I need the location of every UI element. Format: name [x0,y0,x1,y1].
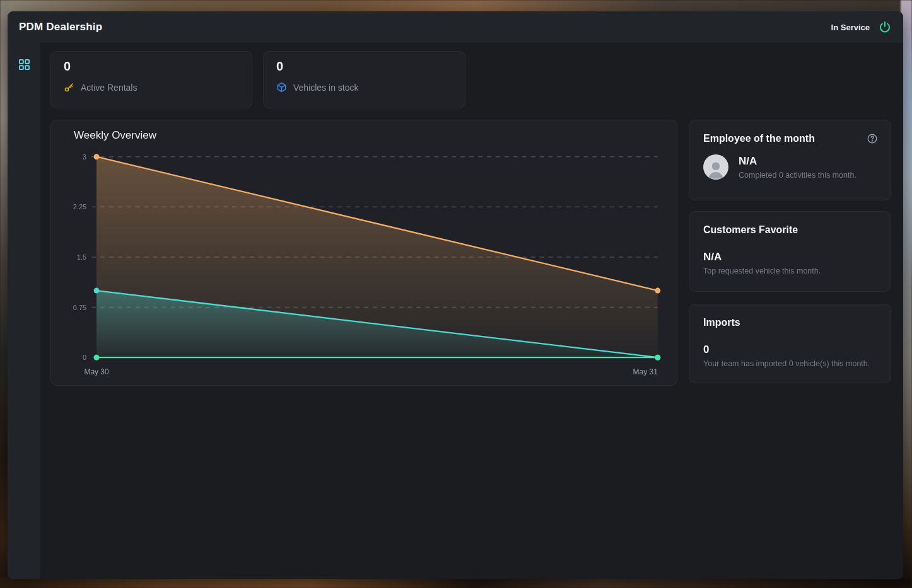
customers-favorite-card: Customers Favorite N/A Top requested veh… [689,211,891,292]
y-tick-label: 3 [83,153,86,161]
employee-avatar [703,154,728,180]
employee-card-title: Employee of the month [703,133,877,144]
y-tick-label: 2.25 [73,203,86,210]
favorite-card-title: Customers Favorite [703,224,877,236]
cube-icon [276,82,287,93]
x-axis-label: May 31 [633,367,658,376]
stat-card-active-rentals: 0 Active Rentals [50,51,252,108]
help-button[interactable] [867,133,878,144]
duty-status: In Service [831,20,892,34]
content-area: 0 Active Rentals 0 Vehicles in stock [40,43,903,579]
dashboard-grid-icon [18,59,30,71]
key-icon [64,82,74,93]
app-title: PDM Dealership [19,21,102,33]
y-tick-label: 1.5 [77,253,86,261]
topbar: PDM Dealership In Service [8,11,903,43]
imports-card: Imports 0 Your team has imported 0 vehic… [689,304,891,383]
y-tick-label: 0 [83,354,86,361]
weekly-overview-chart: 00.751.52.253May 30May 31 [51,120,677,385]
dealership-app-window: PDM Dealership In Service 0 [8,11,903,579]
x-axis-label: May 30 [84,367,109,376]
power-toggle-button[interactable] [878,20,892,34]
active-rentals-value: 0 [64,59,239,74]
data-point-green[interactable] [655,355,660,360]
data-point-orange[interactable] [94,154,100,159]
power-icon [879,21,891,33]
person-silhouette-icon [705,158,727,180]
favorite-description: Top requested vehicle this month. [703,267,877,275]
employee-of-month-card: Employee of the month N/A Completed 0 ac… [689,120,891,200]
sidebar-item-dashboard[interactable] [8,50,40,79]
sidebar [8,43,40,579]
imports-value: 0 [703,343,877,356]
employee-description: Completed 0 activities this month. [739,171,856,180]
weekly-overview-card: Weekly Overview 00.751.52.253May 30May 3… [50,120,677,386]
help-circle-icon [867,133,878,144]
favorite-value: N/A [703,251,877,263]
vehicles-stock-label: Vehicles in stock [293,83,359,93]
active-rentals-label: Active Rentals [81,83,137,93]
data-point-teal[interactable] [94,288,100,294]
data-point-orange[interactable] [655,288,660,294]
vehicles-stock-value: 0 [276,59,452,74]
stat-card-vehicles-in-stock: 0 Vehicles in stock [263,51,465,108]
y-tick-label: 0.75 [73,304,86,311]
status-label: In Service [831,23,870,32]
imports-description: Your team has imported 0 vehicle(s) this… [703,359,877,368]
imports-card-title: Imports [703,317,877,328]
employee-name: N/A [739,155,856,168]
background-desk [0,578,912,588]
data-point-green[interactable] [94,355,100,360]
